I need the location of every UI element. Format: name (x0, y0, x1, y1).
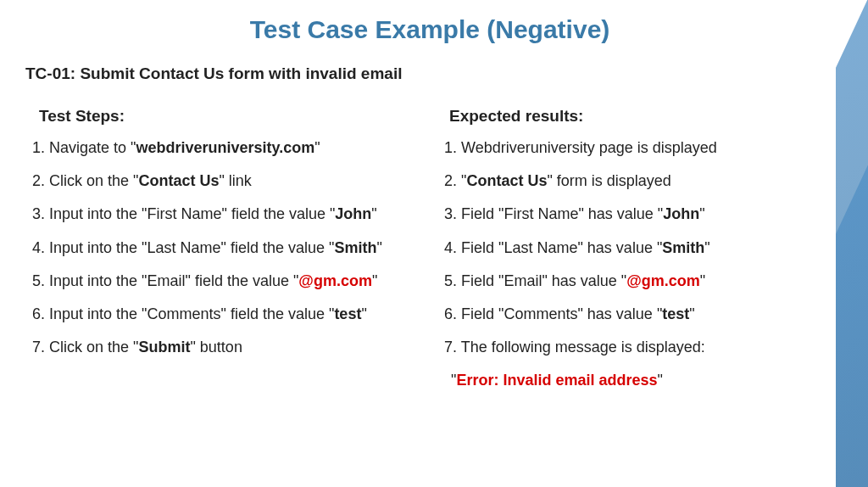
result-5-bold: @gm.com (626, 272, 700, 289)
result-4-pre: 4. Field "Last Name" has value " (444, 239, 662, 256)
step-7: 7. Click on the "Submit" button (32, 337, 424, 358)
result-4-post: " (704, 239, 709, 256)
step-2: 2. Click on the "Contact Us" link (32, 171, 424, 192)
step-3-pre: 3. Input into the "First Name" field the… (32, 205, 335, 222)
test-steps-header: Test Steps: (32, 107, 424, 126)
step-6-post: " (361, 305, 366, 322)
result-3-post: " (699, 205, 704, 222)
result-4-bold: Smith (662, 239, 704, 256)
result-3-bold: John (663, 205, 699, 222)
step-1: 1. Navigate to "webdriveruniversity.com" (32, 137, 424, 159)
step-2-bold: Contact Us (138, 172, 219, 189)
result-2: 2. "Contact Us" form is displayed (444, 171, 836, 192)
result-6-pre: 6. Field "Comments" has value " (444, 305, 662, 322)
result-1: 1. Webdriveruniversity page is displayed (444, 137, 836, 159)
step-4-post: " (376, 239, 381, 256)
step-4-bold: Smith (334, 239, 376, 256)
step-6: 6. Input into the "Comments" field the v… (32, 304, 424, 325)
step-3: 3. Input into the "First Name" field the… (32, 204, 424, 225)
slide-title: Test Case Example (Negative) (24, 0, 836, 44)
result-2-post: " form is displayed (547, 172, 670, 189)
result-5-pre: 5. Field "Email" has value " (444, 272, 626, 289)
result-2-pre: 2. " (444, 172, 466, 189)
result-6: 6. Field "Comments" has value "test" (444, 304, 836, 325)
step-3-post: " (371, 205, 376, 222)
step-2-post: " link (219, 172, 251, 189)
step-1-pre: 1. Navigate to " (32, 139, 136, 156)
result-6-bold: test (662, 305, 689, 322)
step-7-bold: Submit (138, 339, 190, 355)
step-7-pre: 7. Click on the " (32, 339, 138, 355)
result-6-post: " (689, 305, 694, 322)
test-steps-column: Test Steps: 1. Navigate to "webdriveruni… (24, 107, 424, 404)
step-5-pre: 5. Input into the "Email" field the valu… (32, 272, 298, 289)
step-1-bold: webdriveruniversity.com (136, 139, 314, 156)
expected-results-column: Expected results: 1. Webdriveruniversity… (444, 107, 836, 404)
result-2-bold: Contact Us (466, 172, 547, 189)
step-5-bold: @gm.com (298, 272, 372, 289)
step-6-pre: 6. Input into the "Comments" field the v… (32, 305, 334, 322)
two-column-layout: Test Steps: 1. Navigate to "webdriveruni… (24, 107, 836, 404)
expected-results-header: Expected results: (444, 107, 836, 126)
result-5-post: " (700, 272, 705, 289)
step-5-post: " (372, 272, 377, 289)
result-8-post: " (657, 372, 662, 389)
result-5: 5. Field "Email" has value "@gm.com" (444, 271, 836, 292)
result-8-error: "Error: Invalid email address" (444, 370, 836, 391)
result-8-error-text: Error: Invalid email address (456, 372, 657, 389)
step-3-bold: John (335, 205, 371, 222)
step-7-post: " button (190, 339, 242, 355)
step-4-pre: 4. Input into the "Last Name" field the … (32, 239, 334, 256)
result-7: 7. The following message is displayed: (444, 337, 836, 358)
result-3-pre: 3. Field "First Name" has value " (444, 205, 663, 222)
step-2-pre: 2. Click on the " (32, 172, 138, 189)
step-4: 4. Input into the "Last Name" field the … (32, 238, 424, 259)
step-5: 5. Input into the "Email" field the valu… (32, 271, 424, 292)
step-6-bold: test (334, 305, 361, 322)
result-4: 4. Field "Last Name" has value "Smith" (444, 238, 836, 259)
result-3: 3. Field "First Name" has value "John" (444, 204, 836, 225)
step-1-post: " (314, 139, 320, 156)
testcase-id-title: TC-01: Submit Contact Us form with inval… (24, 64, 836, 83)
